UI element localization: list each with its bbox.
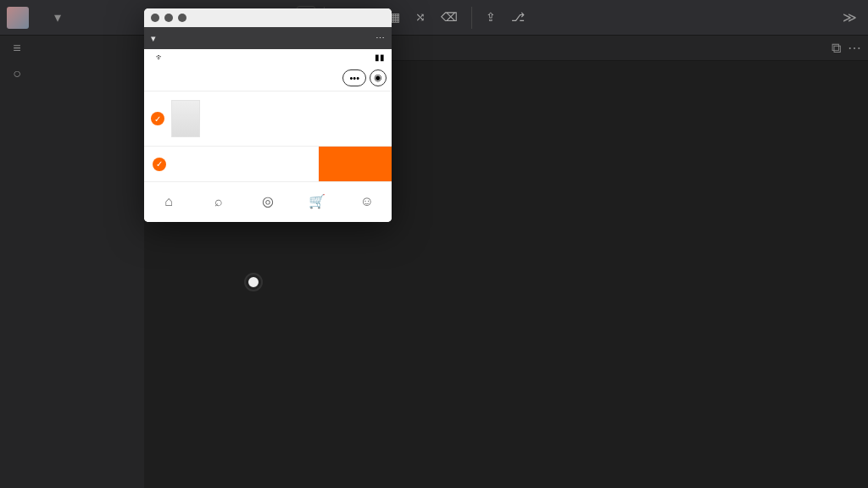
activity-bar: ≡ ○ — [0, 36, 34, 488]
traffic-lights[interactable] — [151, 14, 186, 22]
tab-home[interactable]: ⌂ — [144, 182, 193, 222]
checkout-button[interactable] — [319, 147, 392, 181]
explorer-panel — [34, 36, 144, 488]
tab-mine[interactable]: ☺ — [342, 182, 392, 222]
open-editors-label — [34, 46, 144, 53]
page-info-dropdown[interactable]: ▾ — [151, 33, 156, 44]
device-dropdown[interactable]: ▾ — [49, 6, 66, 30]
top-toolbar: ▾ ▾ ⟳ ◉ ▦ ⤭ ⌫ ⇪ ⎇ ≫ — [0, 0, 868, 36]
tab-overflow-icon[interactable]: ⋯ — [848, 40, 861, 56]
nav-bar: ••• ◉ — [144, 64, 392, 92]
tab-bar: ⌂ ⌕ ◎ 🛒 ☺ — [144, 181, 392, 222]
phone-screen: ᯤ ▮▮ ••• ◉ ✓ ✓ — [144, 49, 392, 222]
capsule-menu[interactable]: ••• — [342, 69, 366, 86]
explorer-title — [34, 36, 144, 46]
simulator-window: ▾ ⋯ ᯤ ▮▮ ••• ◉ ✓ ✓ — [144, 8, 392, 222]
tab-discover[interactable]: ◎ — [243, 182, 292, 222]
menu-icon[interactable]: ≡ — [13, 41, 20, 56]
minimap[interactable] — [826, 78, 868, 488]
sim-titlebar[interactable] — [144, 8, 392, 27]
upload-button[interactable]: ⇪ — [481, 10, 501, 25]
sim-more-icon[interactable]: ⋯ — [376, 33, 385, 44]
select-all-checkbox[interactable]: ✓ — [153, 158, 166, 171]
checkout-bar: ✓ — [144, 146, 392, 181]
switch-bg-button[interactable]: ⤭ — [410, 10, 431, 25]
status-bar: ᯤ ▮▮ — [144, 49, 392, 64]
sim-subbar: ▾ ⋯ — [144, 27, 392, 49]
search-icon[interactable]: ○ — [13, 66, 21, 81]
more-icon[interactable]: ≫ — [837, 6, 861, 30]
tab-cart[interactable]: 🛒 — [292, 182, 342, 222]
split-icon[interactable]: ⧉ — [832, 41, 841, 56]
clear-cache-button[interactable]: ⌫ — [436, 10, 463, 25]
avatar[interactable] — [7, 7, 29, 29]
capsule-close[interactable]: ◉ — [370, 69, 387, 86]
item-thumb[interactable] — [171, 100, 200, 137]
workspace-label — [34, 53, 144, 59]
tab-category[interactable]: ⌕ — [193, 182, 242, 222]
cart-body: ✓ — [144, 92, 392, 146]
version-button[interactable]: ⎇ — [506, 10, 530, 25]
item-checkbox[interactable]: ✓ — [151, 112, 164, 125]
cart-item[interactable]: ✓ — [144, 92, 392, 146]
cursor-indicator — [246, 274, 261, 290]
